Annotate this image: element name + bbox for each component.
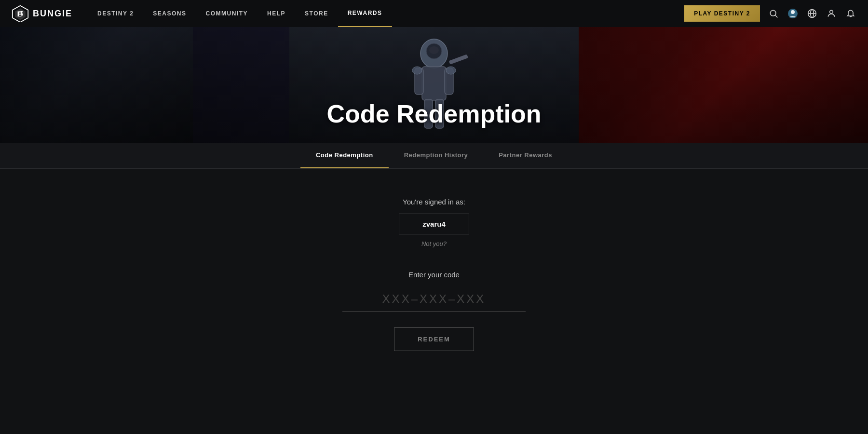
play-destiny-button[interactable]: PLAY DESTINY 2 — [684, 5, 760, 22]
hero-title: Code Redemption — [327, 99, 542, 128]
svg-point-12 — [429, 46, 439, 54]
logo-text: BUNGiE — [33, 9, 72, 19]
bungie-logo-icon — [12, 5, 29, 22]
nav-link-help[interactable]: HELP — [258, 0, 295, 27]
enter-code-label: Enter your code — [408, 271, 460, 279]
tab-code-redemption[interactable]: Code Redemption — [300, 143, 389, 168]
notification-icon[interactable] — [845, 8, 856, 19]
nav-link-destiny2[interactable]: DESTINY 2 — [88, 0, 143, 27]
nav-link-seasons[interactable]: SEASONS — [143, 0, 196, 27]
signed-in-label: You're signed in as: — [403, 198, 465, 206]
profile-avatar-icon[interactable] — [787, 8, 799, 19]
svg-rect-18 — [449, 54, 468, 65]
tab-partner-rewards[interactable]: Partner Rewards — [483, 143, 568, 168]
main-content: You're signed in as: zvaru4 Not you? Ent… — [0, 169, 868, 434]
globe-icon[interactable] — [806, 8, 818, 19]
nav-links: DESTINY 2 SEASONS COMMUNITY HELP STORE R… — [88, 0, 684, 27]
navigation: BUNGiE DESTINY 2 SEASONS COMMUNITY HELP … — [0, 0, 868, 27]
hero-banner: Code Redemption — [0, 27, 868, 143]
svg-point-9 — [830, 10, 833, 14]
nav-link-rewards[interactable]: REWARDS — [338, 0, 392, 27]
logo[interactable]: BUNGiE — [12, 5, 72, 22]
svg-point-19 — [412, 67, 422, 74]
code-input-wrapper — [342, 286, 526, 312]
tab-redemption-history[interactable]: Redemption History — [389, 143, 484, 168]
username-display: zvaru4 — [399, 214, 469, 234]
svg-point-20 — [446, 67, 456, 74]
svg-rect-13 — [422, 67, 446, 100]
nav-link-store[interactable]: STORE — [295, 0, 338, 27]
user-icon[interactable] — [826, 8, 837, 19]
svg-line-3 — [775, 15, 778, 18]
redeem-button[interactable]: REDEEM — [394, 327, 474, 351]
svg-point-5 — [791, 10, 795, 14]
tabs-bar: Code Redemption Redemption History Partn… — [0, 143, 868, 169]
svg-point-2 — [770, 10, 776, 16]
code-input[interactable] — [342, 286, 526, 312]
nav-link-community[interactable]: COMMUNITY — [196, 0, 258, 27]
search-icon[interactable] — [768, 8, 779, 19]
not-you-link[interactable]: Not you? — [421, 240, 447, 247]
nav-right: PLAY DESTINY 2 — [684, 5, 856, 22]
